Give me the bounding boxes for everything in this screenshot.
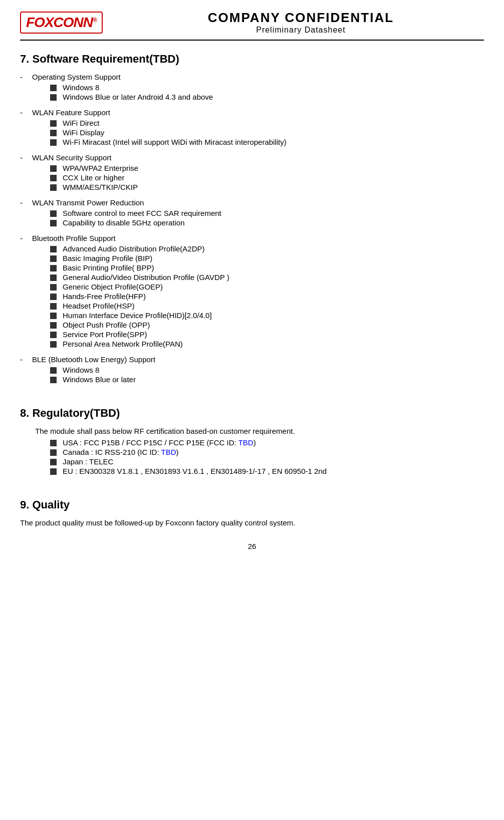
logo-area: FOXCONN® [20, 12, 103, 34]
category-label: WLAN Transmit Power Reduction [32, 198, 144, 207]
item-text: Windows 8 [63, 83, 99, 92]
bullet-icon [50, 120, 57, 127]
section8-title: 8. Regulatory(TBD) [20, 407, 484, 420]
list-item: EU : EN300328 V1.8.1 , EN301893 V1.6.1 ,… [50, 467, 484, 475]
item-text: Generic Object Profile(GOEP) [63, 283, 163, 291]
category-dash: - [20, 153, 32, 162]
category-block: -WLAN Feature SupportWiFi DirectWiFi Dis… [20, 108, 484, 146]
item-text: WMM/AES/TKIP/CKIP [63, 183, 138, 191]
list-item: Canada : IC RSS-210 (IC ID: TBD) [50, 448, 484, 456]
bullet-icon [50, 468, 57, 475]
category-dash: - [20, 108, 32, 117]
item-text: WPA/WPA2 Enterprise [63, 164, 138, 172]
bullet-icon [50, 459, 57, 465]
item-text: Basic Printing Profile( BPP) [63, 263, 154, 272]
list-item: Windows Blue or later Android 4.3 and ab… [50, 93, 484, 101]
item-text: Canada : IC RSS-210 (IC ID: TBD) [63, 448, 178, 456]
bullet-icon [50, 184, 57, 191]
list-item: Hands-Free Profile(HFP) [50, 292, 484, 301]
category-dash: - [20, 73, 32, 81]
bullet-icon [50, 130, 57, 136]
list-item: Windows 8 [50, 83, 484, 92]
item-text: Headset Profile(HSP) [63, 302, 134, 310]
page: FOXCONN® COMPANY CONFIDENTIAL Preliminar… [0, 0, 504, 820]
bullet-icon [50, 210, 57, 217]
category-block: -WLAN Security SupportWPA/WPA2 Enterpris… [20, 153, 484, 191]
category-block: -Bluetooth Profile SupportAdvanced Audio… [20, 234, 484, 348]
bullet-list: Windows 8Windows Blue or later [50, 366, 484, 384]
bullet-icon [50, 275, 57, 281]
list-item: USA : FCC P15B / FCC P15C / FCC P15E (FC… [50, 438, 484, 447]
item-text: CCX Lite or higher [63, 173, 124, 182]
item-text: Windows Blue or later [63, 375, 136, 384]
list-item: General Audio/Video Distribution Profile… [50, 273, 484, 282]
list-item: Service Port Profile(SPP) [50, 330, 484, 339]
bullet-list: Windows 8Windows Blue or later Android 4… [50, 83, 484, 101]
bullet-icon [50, 85, 57, 91]
bullet-icon [50, 175, 57, 181]
item-text: USA : FCC P15B / FCC P15C / FCC P15E (FC… [63, 438, 256, 447]
category-dash: - [20, 198, 32, 207]
list-item: Windows 8 [50, 366, 484, 374]
item-text: General Audio/Video Distribution Profile… [63, 273, 229, 282]
list-item: WMM/AES/TKIP/CKIP [50, 183, 484, 191]
bullet-list: WiFi DirectWiFi DisplayWi-Fi Miracast (I… [50, 119, 484, 146]
list-item: WiFi Direct [50, 119, 484, 127]
section9-text: The product quality must be followed-up … [20, 518, 484, 527]
list-item: WPA/WPA2 Enterprise [50, 164, 484, 172]
category-line: -WLAN Security Support [20, 153, 484, 162]
bullet-list: WPA/WPA2 EnterpriseCCX Lite or higherWMM… [50, 164, 484, 191]
list-item: Windows Blue or later [50, 375, 484, 384]
list-item: CCX Lite or higher [50, 173, 484, 182]
list-item: Capability to disable 5GHz operation [50, 218, 484, 227]
bullet-icon [50, 449, 57, 456]
item-text: Japan : TELEC [63, 457, 113, 466]
item-text: Windows Blue or later Android 4.3 and ab… [63, 93, 213, 101]
bullet-icon [50, 94, 57, 101]
category-line: -WLAN Feature Support [20, 108, 484, 117]
item-text: Windows 8 [63, 366, 99, 374]
item-text: Personal Area Network Profile(PAN) [63, 340, 183, 348]
page-number: 26 [20, 542, 484, 551]
category-label: WLAN Security Support [32, 153, 111, 162]
category-line: -Operating System Support [20, 73, 484, 81]
category-block: -BLE (Bluetooth Low Energy) SupportWindo… [20, 355, 484, 384]
item-text: EU : EN300328 V1.8.1 , EN301893 V1.6.1 ,… [63, 467, 327, 475]
list-item: Software control to meet FCC SAR require… [50, 209, 484, 217]
tbd-link: TBD [161, 448, 176, 456]
item-text: Wi-Fi Miracast (Intel will support WiDi … [63, 138, 287, 146]
section8-list: USA : FCC P15B / FCC P15C / FCC P15E (FC… [50, 438, 484, 475]
header: FOXCONN® COMPANY CONFIDENTIAL Preliminar… [20, 10, 484, 41]
tbd-link: TBD [238, 438, 254, 447]
bullet-icon [50, 367, 57, 374]
list-item: Basic Printing Profile( BPP) [50, 263, 484, 272]
category-dash: - [20, 234, 32, 242]
bullet-list: Software control to meet FCC SAR require… [50, 209, 484, 227]
bullet-icon [50, 165, 57, 172]
bullet-list: Advanced Audio Distribution Profile(A2DP… [50, 244, 484, 348]
category-line: -Bluetooth Profile Support [20, 234, 484, 242]
category-label: BLE (Bluetooth Low Energy) Support [32, 355, 155, 364]
bullet-icon [50, 220, 57, 226]
item-text: Hands-Free Profile(HFP) [63, 292, 146, 301]
category-dash: - [20, 355, 32, 364]
bullet-icon [50, 255, 57, 262]
category-label: WLAN Feature Support [32, 108, 110, 117]
item-text: Software control to meet FCC SAR require… [63, 209, 221, 217]
item-text: Service Port Profile(SPP) [63, 330, 147, 339]
bullet-icon [50, 322, 57, 329]
item-text: Object Push Profile (OPP) [63, 321, 150, 329]
category-line: -BLE (Bluetooth Low Energy) Support [20, 355, 484, 364]
bullet-icon [50, 341, 57, 348]
list-item: WiFi Display [50, 128, 484, 137]
foxconn-logo: FOXCONN® [20, 12, 103, 34]
list-item: Personal Area Network Profile(PAN) [50, 340, 484, 348]
list-item: Advanced Audio Distribution Profile(A2DP… [50, 244, 484, 253]
item-text: Capability to disable 5GHz operation [63, 218, 184, 227]
company-line: COMPANY CONFIDENTIAL [118, 10, 484, 26]
list-item: Basic Imaging Profile (BIP) [50, 254, 484, 262]
list-item: Human Interface Device Profile(HID)[2.0/… [50, 311, 484, 320]
logo-text: FOXCONN [26, 15, 93, 30]
item-text: Basic Imaging Profile (BIP) [63, 254, 152, 262]
list-item: Wi-Fi Miracast (Intel will support WiDi … [50, 138, 484, 146]
